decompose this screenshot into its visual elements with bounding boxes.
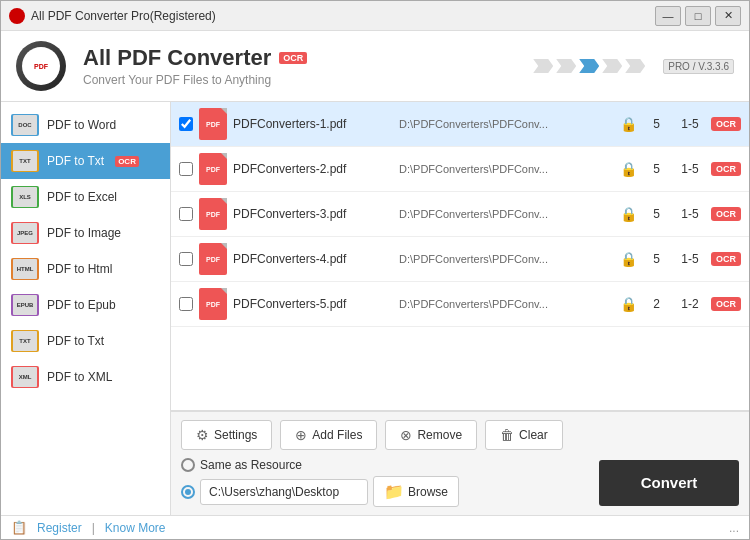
right-panel: PDFPDFConverters-1.pdfD:\PDFConverters\P… [171,102,749,515]
sidebar-item-icon: DOC [11,114,39,136]
file-path: D:\PDFConverters\PDFConv... [399,298,612,310]
title-bar-text: All PDF Converter Pro(Registered) [31,9,655,23]
app-title: All PDF Converter OCR [83,45,533,71]
file-name: PDFConverters-2.pdf [233,162,393,176]
main-window: All PDF Converter Pro(Registered) — □ ✕ … [0,0,750,540]
file-checkbox[interactable] [179,297,193,311]
file-path: D:\PDFConverters\PDFConv... [399,118,612,130]
sidebar-item-icon: JPEG [11,222,39,244]
register-icon: 📋 [11,520,27,535]
sidebar-item-5[interactable]: EPUBPDF to Epub [1,287,170,323]
sidebar-item-label: PDF to XML [47,370,112,384]
bottom-toolbar: ⚙ Settings ⊕ Add Files ⊗ Remove 🗑 Clear [171,411,749,515]
table-row[interactable]: PDFPDFConverters-2.pdfD:\PDFConverters\P… [171,147,749,192]
add-files-button[interactable]: ⊕ Add Files [280,420,377,450]
file-checkbox[interactable] [179,162,193,176]
settings-icon: ⚙ [196,427,209,443]
settings-button[interactable]: ⚙ Settings [181,420,272,450]
ocr-badge: OCR [115,156,139,167]
sidebar-item-4[interactable]: HTMLPDF to Html [1,251,170,287]
sidebar-item-icon: EPUB [11,294,39,316]
file-range: 1-2 [675,297,705,311]
ocr-tag: OCR [711,252,741,266]
custom-path-option[interactable] [181,485,195,499]
file-checkbox[interactable] [179,252,193,266]
header-text: All PDF Converter OCR Convert Your PDF F… [83,45,533,87]
file-name: PDFConverters-1.pdf [233,117,393,131]
sidebar-item-2[interactable]: XLSPDF to Excel [1,179,170,215]
folder-icon: 📁 [384,482,404,501]
sidebar-item-label: PDF to Excel [47,190,117,204]
radio-dot [185,489,191,495]
remove-button[interactable]: ⊗ Remove [385,420,477,450]
ocr-tag: OCR [711,162,741,176]
sidebar-item-3[interactable]: JPEGPDF to Image [1,215,170,251]
file-pages: 5 [644,207,669,221]
output-options: Same as Resource 📁 Browse [181,458,459,507]
app-logo: PDF [16,41,71,91]
status-separator: | [92,521,95,535]
know-more-link[interactable]: Know More [105,521,166,535]
file-pages: 5 [644,162,669,176]
sidebar-item-label: PDF to Html [47,262,112,276]
table-row[interactable]: PDFPDFConverters-1.pdfD:\PDFConverters\P… [171,102,749,147]
status-bar: 📋 Register | Know More ... [1,515,749,539]
ocr-tag: OCR [711,297,741,311]
app-header: PDF All PDF Converter OCR Convert Your P… [1,31,749,102]
file-type-icon: PDF [199,108,227,140]
pro-version-badge: PRO / V.3.3.6 [663,59,734,74]
app-subtitle: Convert Your PDF Files to Anything [83,73,533,87]
sidebar-item-1[interactable]: TXTPDF to TxtOCR [1,143,170,179]
sidebar-item-label: PDF to Txt [47,154,104,168]
sidebar-item-icon: XML [11,366,39,388]
title-bar: All PDF Converter Pro(Registered) — □ ✕ [1,1,749,31]
sidebar-item-0[interactable]: DOCPDF to Word [1,107,170,143]
table-row[interactable]: PDFPDFConverters-3.pdfD:\PDFConverters\P… [171,192,749,237]
file-list: PDFPDFConverters-1.pdfD:\PDFConverters\P… [171,102,749,327]
file-range: 1-5 [675,207,705,221]
toolbar-row1: ⚙ Settings ⊕ Add Files ⊗ Remove 🗑 Clear [181,420,739,450]
minimize-button[interactable]: — [655,6,681,26]
file-checkbox[interactable] [179,117,193,131]
file-pages: 5 [644,117,669,131]
add-icon: ⊕ [295,427,307,443]
arrow-4 [602,59,622,73]
same-as-resource-option[interactable]: Same as Resource [181,458,459,472]
convert-button[interactable]: Convert [599,460,739,506]
file-path: D:\PDFConverters\PDFConv... [399,208,612,220]
arrow-1 [533,59,553,73]
sidebar-item-icon: HTML [11,258,39,280]
file-name: PDFConverters-3.pdf [233,207,393,221]
lock-icon: 🔒 [618,251,638,267]
sidebar-item-label: PDF to Txt [47,334,104,348]
sidebar-item-7[interactable]: XMLPDF to XML [1,359,170,395]
radio-custom [181,485,195,499]
table-row[interactable]: PDFPDFConverters-5.pdfD:\PDFConverters\P… [171,282,749,327]
file-pages: 5 [644,252,669,266]
arrow-2 [556,59,576,73]
remove-icon: ⊗ [400,427,412,443]
sidebar-item-6[interactable]: TXTPDF to Txt [1,323,170,359]
sidebar-item-label: PDF to Epub [47,298,116,312]
table-row[interactable]: PDFPDFConverters-4.pdfD:\PDFConverters\P… [171,237,749,282]
browse-button[interactable]: 📁 Browse [373,476,459,507]
file-range: 1-5 [675,117,705,131]
main-content: DOCPDF to WordTXTPDF to TxtOCRXLSPDF to … [1,102,749,515]
maximize-button[interactable]: □ [685,6,711,26]
arrow-3 [579,59,599,73]
lock-icon: 🔒 [618,206,638,222]
lock-icon: 🔒 [618,116,638,132]
close-button[interactable]: ✕ [715,6,741,26]
clear-icon: 🗑 [500,427,514,443]
register-link[interactable]: Register [37,521,82,535]
sidebar-item-icon: TXT [11,330,39,352]
file-checkbox[interactable] [179,207,193,221]
file-path: D:\PDFConverters\PDFConv... [399,163,612,175]
sidebar-item-label: PDF to Word [47,118,116,132]
file-list-container: PDFPDFConverters-1.pdfD:\PDFConverters\P… [171,102,749,411]
output-path-input[interactable] [200,479,368,505]
clear-button[interactable]: 🗑 Clear [485,420,563,450]
status-dots: ... [729,521,739,535]
ocr-badge: OCR [279,52,307,64]
toolbar-row2: Same as Resource 📁 Browse [181,458,739,507]
